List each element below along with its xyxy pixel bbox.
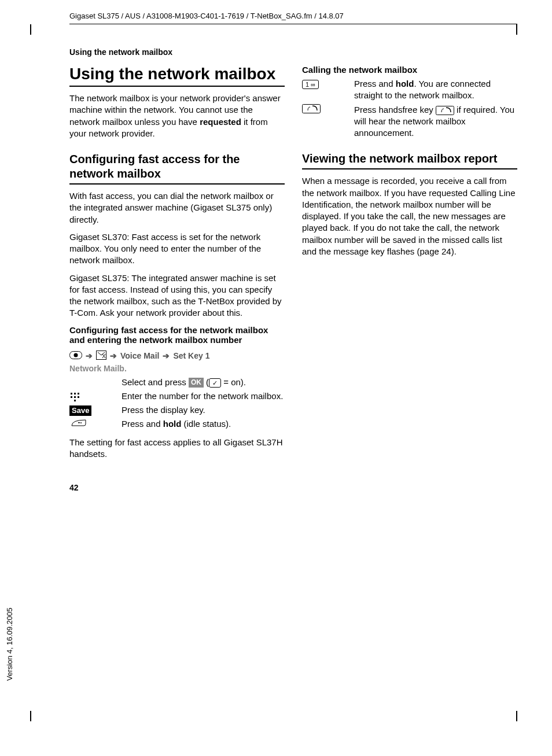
svg-point-1 bbox=[74, 353, 78, 357]
check-icon: ✓ bbox=[209, 378, 221, 388]
version-label: Version 4, 16.09.2005 bbox=[5, 608, 14, 681]
arrow-icon: ➔ bbox=[86, 351, 93, 360]
crop-mark bbox=[30, 711, 31, 721]
subheading-calling: Calling the network mailbox bbox=[302, 65, 517, 75]
menu-item: Voice Mail bbox=[120, 351, 159, 360]
svg-rect-8 bbox=[78, 396, 79, 398]
keypad-icon bbox=[69, 390, 115, 402]
intro-paragraph: The network mailbox is your network prov… bbox=[69, 93, 285, 139]
option-label: Network Mailb. bbox=[69, 364, 285, 373]
right-column: Calling the network mailbox 1 ∞ Press an… bbox=[302, 65, 517, 492]
body-text: Gigaset SL375: The integrated answer mac… bbox=[69, 272, 285, 319]
svg-rect-5 bbox=[78, 393, 79, 394]
heading-viewing: Viewing the network mailbox report bbox=[302, 152, 517, 169]
handsfree-key-icon bbox=[302, 104, 347, 139]
mailbox-icon bbox=[96, 351, 106, 362]
svg-rect-9 bbox=[74, 400, 76, 401]
svg-rect-4 bbox=[74, 393, 76, 394]
crop-mark bbox=[30, 24, 31, 35]
hangup-key-icon bbox=[69, 418, 115, 430]
step-text: Press and hold (idle status). bbox=[122, 418, 285, 430]
arrow-icon: ➔ bbox=[110, 351, 117, 360]
svg-rect-13 bbox=[436, 106, 454, 115]
menu-icon bbox=[69, 351, 82, 361]
handsfree-key-icon bbox=[436, 106, 454, 115]
svg-rect-12 bbox=[303, 104, 321, 113]
body-text: When a message is recorded, you receive … bbox=[302, 175, 517, 257]
crop-mark bbox=[516, 24, 517, 35]
running-header: Using the network mailbox bbox=[69, 47, 517, 57]
page-title: Using the network mailbox bbox=[69, 65, 285, 87]
svg-point-10 bbox=[80, 422, 82, 423]
menu-path: ➔ ➔ Voice Mail ➔ Set Key 1 bbox=[69, 351, 285, 362]
svg-rect-6 bbox=[71, 396, 72, 398]
page-number: 42 bbox=[69, 483, 285, 492]
step-text: Enter the number for the network mailbox… bbox=[122, 390, 285, 402]
arrow-icon: ➔ bbox=[163, 351, 170, 360]
svg-rect-7 bbox=[74, 396, 76, 398]
step-text: Select and press OK (✓ = on). bbox=[122, 377, 285, 388]
body-text: Gigaset SL370: Fast access is set for th… bbox=[69, 231, 285, 267]
svg-rect-3 bbox=[71, 393, 72, 394]
step-text: Press and hold. You are connected straig… bbox=[354, 78, 517, 102]
key-1-icon: 1 ∞ bbox=[302, 78, 347, 102]
ok-badge: OK bbox=[189, 378, 204, 387]
save-badge: Save bbox=[69, 405, 91, 416]
menu-item: Set Key 1 bbox=[173, 351, 209, 360]
svg-rect-11 bbox=[78, 422, 80, 423]
left-column: Using the network mailbox The network ma… bbox=[69, 65, 285, 492]
body-text: The setting for fast access applies to a… bbox=[69, 437, 285, 460]
step-text: Press the display key. bbox=[122, 404, 285, 416]
subheading-configuring: Configuring fast access for the network … bbox=[69, 325, 285, 345]
crop-mark bbox=[516, 711, 517, 721]
heading-configuring: Configuring fast access for the network … bbox=[69, 152, 285, 185]
step-text: Press handsfree key if required. You wil… bbox=[354, 104, 517, 139]
document-header-path: Gigaset SL375 / AUS / A31008-M1903-C401-… bbox=[69, 12, 517, 24]
body-text: With fast access, you can dial the netwo… bbox=[69, 190, 285, 226]
